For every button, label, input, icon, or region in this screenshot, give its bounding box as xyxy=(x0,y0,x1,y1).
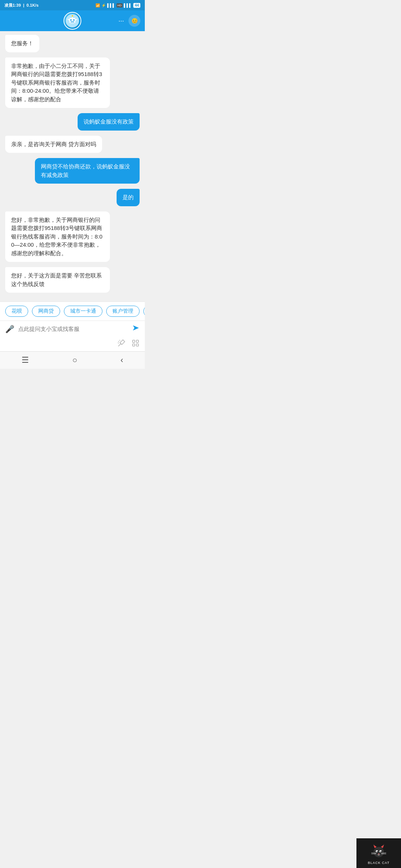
chat-header: ··· 😊 xyxy=(0,10,145,31)
message-text: 您好，非常抱歉，关于网商银行的问题需要您拨打95188转3号键联系网商银行热线客… xyxy=(11,217,102,256)
hd-badge: HD xyxy=(117,3,123,7)
message-text: 是的 xyxy=(123,194,134,200)
more-menu-button[interactable]: ··· xyxy=(118,17,124,25)
bottom-navigation: ☰ ○ ‹ xyxy=(0,351,145,369)
message-row: 是的 xyxy=(5,189,140,206)
message-text: 亲亲，是咨询关于网商 贷方面对吗 xyxy=(11,141,96,147)
message-row: 网商贷不给协商还款，说蚂蚁金服没有减免政策 xyxy=(5,158,140,184)
nav-home-icon[interactable]: ○ xyxy=(72,355,77,365)
magic-tool-icon[interactable] xyxy=(117,339,125,349)
nav-back-icon[interactable]: ‹ xyxy=(120,355,123,365)
message-bubble: 说蚂蚁金服没有政策 xyxy=(78,113,140,131)
quick-tag-citycard[interactable]: 城市一卡通 xyxy=(64,306,102,317)
bot-avatar xyxy=(63,12,81,30)
message-row: 您服务！ xyxy=(5,35,140,52)
bluetooth-icon: ⚡ xyxy=(101,3,106,7)
message-text: 非常抱歉，由于小二分工不同，关于网商银行的问题需要您拨打95188转3号键联系网… xyxy=(11,63,102,102)
svg-rect-12 xyxy=(136,344,138,346)
message-row: 说蚂蚁金服没有政策 xyxy=(5,113,140,131)
message-bubble: 网商贷不给协商还款，说蚂蚁金服没有减免政策 xyxy=(35,158,140,184)
chat-area: 您服务！ 非常抱歉，由于小二分工不同，关于网商银行的问题需要您拨打95188转3… xyxy=(0,31,145,302)
nav-menu-icon[interactable]: ☰ xyxy=(22,355,29,365)
svg-rect-10 xyxy=(136,340,138,342)
send-button[interactable] xyxy=(131,324,140,334)
mic-icon[interactable]: 🎤 xyxy=(5,325,14,333)
svg-point-2 xyxy=(70,19,72,21)
quick-tags-bar: 花呗 网商贷 城市一卡通 账户管理 账 xyxy=(0,302,145,320)
battery-indicator: 44 xyxy=(133,3,140,8)
message-bubble: 是的 xyxy=(117,189,140,206)
input-area: 🎤 xyxy=(0,320,145,337)
svg-point-3 xyxy=(73,19,75,21)
svg-rect-4 xyxy=(71,22,74,22)
message-bubble: 亲亲，是咨询关于网商 贷方面对吗 xyxy=(5,136,102,153)
grid-tool-icon[interactable] xyxy=(131,339,140,349)
message-bubble: 您好，关于这方面是需要 辛苦您联系这个热线反馈 xyxy=(5,267,110,293)
quick-tag-wangshangdai[interactable]: 网商贷 xyxy=(32,306,60,317)
message-bubble: 您好，非常抱歉，关于网商银行的问题需要您拨打95188转3号键联系网商银行热线客… xyxy=(5,211,110,262)
message-text: 您服务！ xyxy=(11,40,33,46)
message-row: 您好，关于这方面是需要 辛苦您联系这个热线反馈 xyxy=(5,267,140,293)
quick-tag-account[interactable]: 账户管理 xyxy=(106,306,140,317)
wifi-icon: 📶 xyxy=(95,3,100,7)
signal-icon: ▌▌▌ xyxy=(107,3,115,7)
header-actions: ··· 😊 xyxy=(118,15,140,27)
tool-row xyxy=(0,337,145,351)
signal-icon-2: ▌▌▌ xyxy=(124,3,132,7)
chat-input[interactable] xyxy=(18,326,128,332)
message-row: 亲亲，是咨询关于网商 贷方面对吗 xyxy=(5,136,140,153)
message-bubble: 非常抱歉，由于小二分工不同，关于网商银行的问题需要您拨打95188转3号键联系网… xyxy=(5,57,110,108)
message-bubble: 您服务！ xyxy=(5,35,39,52)
svg-point-6 xyxy=(72,15,73,17)
quick-tag-huabei[interactable]: 花呗 xyxy=(5,306,28,317)
message-row: 您好，非常抱歉，关于网商银行的问题需要您拨打95188转3号键联系网商银行热线客… xyxy=(5,211,140,262)
status-icons: 📶 ⚡ ▌▌▌ HD ▌▌▌ 44 xyxy=(95,3,140,8)
status-bar: 凌晨1:39 | 0.1K/s 📶 ⚡ ▌▌▌ HD ▌▌▌ 44 xyxy=(0,0,145,10)
message-text: 说蚂蚁金服没有政策 xyxy=(84,118,134,125)
svg-rect-9 xyxy=(133,340,135,342)
status-time-speed: 凌晨1:39 | 0.1K/s xyxy=(4,3,39,8)
quick-tag-more[interactable]: 账 xyxy=(143,306,145,317)
message-text: 您好，关于这方面是需要 辛苦您联系这个热线反馈 xyxy=(11,272,102,287)
status-time: 凌晨1:39 xyxy=(4,3,21,7)
message-row: 非常抱歉，由于小二分工不同，关于网商银行的问题需要您拨打95188转3号键联系网… xyxy=(5,57,140,108)
feedback-button[interactable]: 😊 xyxy=(128,15,140,27)
status-speed: 0.1K/s xyxy=(26,3,38,7)
message-text: 网商贷不给协商还款，说蚂蚁金服没有减免政策 xyxy=(41,163,130,178)
svg-rect-11 xyxy=(133,344,135,346)
